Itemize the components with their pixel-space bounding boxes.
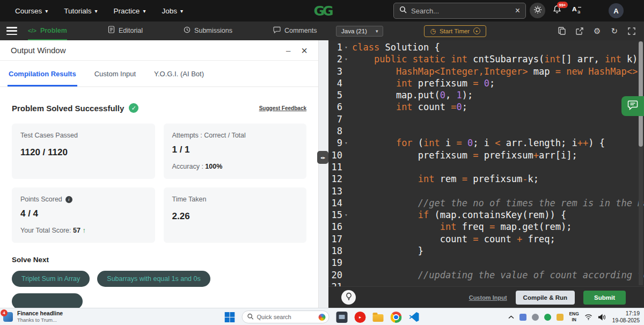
folder-icon	[373, 314, 384, 322]
editor-controls: Java (21) ▾ ◷ Start Timer ▸ ⚙ ↻	[328, 21, 644, 40]
tray-date: 19-08-2025	[612, 317, 640, 324]
nav-tutorials[interactable]: Tutorials▾	[64, 7, 97, 15]
translate-icon: Aa	[572, 7, 582, 16]
tab-comments[interactable]: Comments	[273, 21, 317, 40]
code-icon: </>	[28, 27, 36, 34]
tray-icon-3[interactable]	[544, 314, 551, 321]
submit-button[interactable]: Submit	[583, 291, 626, 305]
custom-input-link[interactable]: Custom Input	[469, 294, 507, 301]
news-widget[interactable]: 4 Finance headline Thanks to Trum...	[3, 310, 63, 323]
code-line: int count =0;	[352, 101, 644, 113]
tab-compilation-results[interactable]: Compilation Results	[8, 62, 77, 86]
solve-next-chip-clipped[interactable]	[12, 293, 83, 308]
info-icon[interactable]: i	[65, 196, 72, 203]
editor-gutter: 1▾2▾3456789▾101112131415▾161718192021	[328, 40, 352, 286]
scrollbar-thumb[interactable]	[639, 41, 643, 147]
code-editor[interactable]: 1▾2▾3456789▾101112131415▾161718192021 cl…	[328, 40, 644, 286]
drag-handle-icon[interactable]: ◂▸	[317, 151, 328, 164]
code-lines[interactable]: class Solution { public static int cntSu…	[352, 40, 644, 286]
code-line: int freq = map.get(rem);	[352, 221, 644, 233]
app-icon-vscode[interactable]	[409, 312, 420, 322]
start-timer-button[interactable]: ◷ Start Timer ▸	[424, 25, 486, 37]
app-icon-file-explorer[interactable]	[373, 312, 384, 322]
panel-divider[interactable]: ◂▸	[319, 40, 328, 308]
clear-search-icon[interactable]: ×	[515, 6, 520, 15]
nav-courses[interactable]: Courses▾	[15, 7, 48, 15]
solve-next-chip[interactable]: Triplet Sum in Array	[12, 271, 90, 287]
refresh-icon[interactable]: ↻	[611, 27, 618, 35]
score-up-arrow-icon: ↑	[82, 227, 85, 234]
copy-icon[interactable]	[558, 27, 566, 35]
code-line	[352, 125, 644, 137]
code-line: public static int cntSubarrays(int[] arr…	[352, 53, 644, 65]
tray-icon-4[interactable]	[557, 314, 564, 321]
fullscreen-icon[interactable]	[628, 27, 635, 35]
fold-icon[interactable]: ▾	[342, 137, 350, 149]
language-select[interactable]: Java (21) ▾	[336, 26, 383, 37]
play-icon: ▸	[473, 27, 480, 34]
app-icon-youtube[interactable]: ▸	[355, 312, 366, 323]
status-text: Problem Solved Successfully	[12, 104, 124, 113]
gutter-line: 7	[328, 113, 352, 125]
search-box[interactable]: ×	[393, 3, 526, 19]
fold-icon[interactable]: ▾	[342, 209, 350, 221]
code-line: class Solution {	[352, 41, 644, 53]
tab-custom-input[interactable]: Custom Input	[93, 62, 137, 86]
tab-submissions[interactable]: Submissions	[184, 21, 232, 40]
hint-bulb-button[interactable]	[341, 290, 356, 305]
time-taken-value: 2.26	[172, 211, 298, 222]
history-clock-icon	[184, 26, 191, 35]
theme-toggle-button[interactable]	[530, 3, 545, 18]
search-icon	[247, 312, 254, 322]
fold-icon[interactable]: ▾	[342, 41, 350, 53]
volume-icon[interactable]	[598, 314, 606, 321]
tab-yogi-ai-bot[interactable]: Y.O.G.I. (AI Bot)	[153, 62, 205, 86]
gutter-line: 10	[328, 149, 352, 161]
gear-icon[interactable]: ⚙	[594, 27, 601, 35]
app-icon-chrome[interactable]	[391, 312, 402, 323]
widget-subtitle: Thanks to Trum...	[17, 317, 63, 323]
windows-start-button[interactable]	[225, 312, 235, 322]
nav-practice[interactable]: Practice▾	[114, 7, 146, 15]
compile-run-button[interactable]: Compile & Run	[516, 291, 575, 305]
gutter-line: 4	[328, 77, 352, 89]
tray-chevron-up-icon[interactable]	[508, 315, 514, 319]
nav-jobs[interactable]: Jobs▾	[162, 7, 183, 15]
minimize-icon[interactable]: –	[286, 46, 290, 55]
notifications-button[interactable]: 99+	[553, 5, 561, 16]
gutter-line: 20	[328, 269, 352, 281]
clock[interactable]: 17:19 19-08-2025	[612, 310, 640, 324]
chat-assistant-button[interactable]	[621, 96, 644, 116]
hamburger-menu-icon[interactable]	[6, 27, 17, 35]
taskbar-center: Quick search ▸	[225, 308, 420, 325]
translate-button[interactable]: Aa	[572, 5, 582, 17]
test-cases-value: 1120 / 1120	[20, 147, 147, 158]
taskbar-search[interactable]: Quick search	[242, 310, 330, 323]
output-window-header: Output Window – ×	[0, 40, 318, 61]
code-line	[352, 257, 644, 269]
output-tabs: Compilation Results Custom Input Y.O.G.I…	[0, 61, 318, 87]
open-external-icon[interactable]	[576, 27, 583, 35]
visual-search-icon[interactable]	[319, 314, 326, 321]
points-value: 4 / 4	[20, 208, 147, 219]
app-icon-monitor[interactable]	[336, 312, 348, 323]
language-indicator[interactable]: ENG IN	[569, 311, 579, 323]
tray-icon-1[interactable]	[519, 314, 526, 321]
code-line	[352, 281, 644, 286]
search-input[interactable]	[411, 7, 511, 15]
wifi-icon[interactable]	[584, 314, 592, 320]
tray-icon-2[interactable]	[532, 314, 539, 321]
close-icon[interactable]: ×	[301, 45, 308, 56]
output-window-title: Output Window	[11, 46, 66, 55]
tab-editorial[interactable]: Editorial	[108, 21, 143, 40]
tab-problem[interactable]: </> Problem	[28, 21, 67, 40]
avatar[interactable]: A	[609, 3, 624, 18]
fold-icon[interactable]: ▾	[342, 53, 350, 65]
suggest-feedback-link[interactable]: Suggest Feedback	[259, 105, 306, 111]
card-attempts: Attempts : Correct / Total 1 / 1 Accurac…	[164, 124, 307, 179]
code-line: HashMap<Integer,Integer> map = new HashM…	[352, 66, 644, 77]
comment-bubble-icon	[273, 26, 281, 35]
solve-next-chip[interactable]: Subarrays with equal 1s and 0s	[97, 271, 210, 287]
gfg-logo[interactable]: GG	[310, 3, 335, 18]
editor-scrollbar[interactable]	[639, 41, 643, 285]
